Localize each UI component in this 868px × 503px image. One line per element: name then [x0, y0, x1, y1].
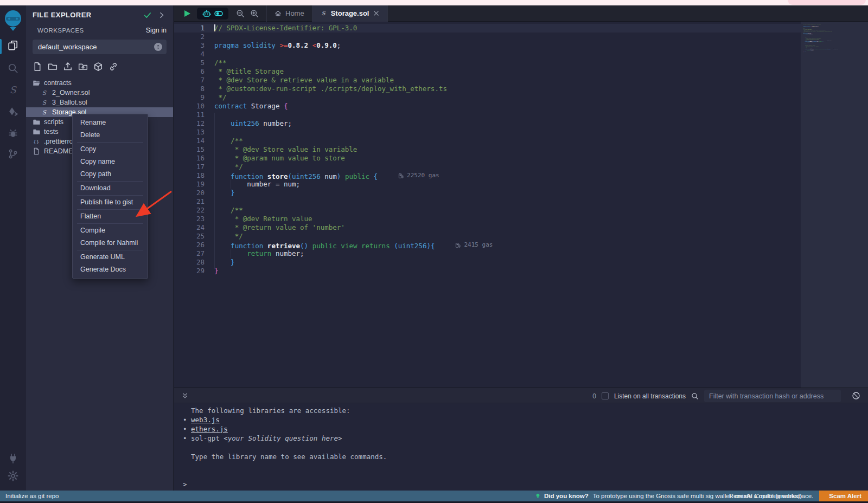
terminal-expand-icon[interactable]: [181, 392, 189, 399]
create-folder-icon[interactable]: [48, 62, 58, 72]
tree-item-3-ballot-sol[interactable]: S3_Ballot.sol: [26, 98, 173, 107]
menu-divider: [77, 209, 143, 210]
listen-checkbox[interactable]: [602, 392, 609, 399]
code-line: function retrieve() public view returns …: [214, 241, 493, 249]
terminal-output[interactable]: The following libraries are accessible:•…: [183, 406, 387, 489]
line-number: 2: [174, 33, 205, 41]
code-line: // SPDX-License-Identifier: GPL-3.0: [214, 24, 493, 33]
menu-item-generate-uml[interactable]: Generate UML: [73, 251, 148, 263]
menu-item-generate-docs[interactable]: Generate Docs: [73, 263, 148, 276]
browser-top-pill: [788, 0, 866, 5]
link-icon[interactable]: [108, 62, 118, 72]
line-number: 25: [174, 232, 205, 241]
svg-text:S: S: [321, 10, 326, 16]
menu-item-delete[interactable]: Delete: [73, 129, 148, 141]
workspace-select[interactable]: default_workspace: [33, 40, 167, 54]
copilot-box[interactable]: [197, 8, 228, 20]
copilot-status[interactable]: RemixAI Copilot (enabled): [729, 491, 802, 501]
code-line: [214, 111, 493, 119]
terminal-search-icon[interactable]: [691, 392, 699, 400]
terminal-line: [183, 461, 387, 470]
line-number: 17: [174, 163, 205, 171]
tab-home[interactable]: Home: [267, 5, 312, 22]
folder-icon: [33, 118, 40, 126]
zoom-out-button[interactable]: [236, 9, 245, 18]
sidebar-item-deploy-run[interactable]: [0, 103, 26, 122]
menu-item-flatten[interactable]: Flatten: [73, 210, 148, 223]
sidebar-item-file-explorer[interactable]: [0, 37, 26, 56]
gas-estimate: 22520 gas: [398, 171, 439, 180]
remix-ide-window: S FILE EXPLORER WORKSPACES Sign in defau…: [0, 0, 868, 503]
gear-icon: [8, 470, 18, 483]
sidebar-item-debugger[interactable]: [0, 125, 26, 144]
git-branch-icon: [8, 149, 18, 162]
check-icon[interactable]: [144, 11, 151, 19]
library-link-ethers-js[interactable]: ethers.js: [191, 425, 228, 433]
line-number: 3: [174, 41, 205, 50]
workspaces-label: WORKSPACES: [37, 27, 84, 34]
line-number: 22: [174, 206, 205, 215]
menu-item-publish-file-to-gist[interactable]: Publish file to gist: [73, 196, 148, 209]
sidebar-item-settings[interactable]: [0, 467, 26, 487]
robot-icon: [202, 9, 211, 18]
collapse-panel-chevron-icon[interactable]: [158, 11, 165, 19]
sidebar-item-plugin-manager[interactable]: [0, 450, 26, 469]
file-explorer-toolbar: [33, 62, 167, 72]
tree-item-label: 3_Ballot.sol: [52, 99, 87, 106]
minimap-content: // SPDX-License-Identifier: GPL-3.0 prag…: [803, 24, 845, 53]
svg-text:S: S: [42, 99, 47, 106]
solidity-compiler-icon: S: [8, 85, 18, 98]
menu-item-compile[interactable]: Compile: [73, 224, 148, 237]
code-line: /**: [214, 206, 493, 215]
menu-item-compile-for-nahmii[interactable]: Compile for Nahmii: [73, 237, 148, 249]
transaction-filter-input[interactable]: [704, 390, 841, 402]
terminal-prompt[interactable]: >: [183, 480, 387, 489]
ipfs-box-icon[interactable]: [93, 62, 103, 72]
run-script-button[interactable]: [183, 9, 192, 18]
menu-item-download[interactable]: Download: [73, 182, 148, 195]
menu-item-copy[interactable]: Copy: [73, 143, 148, 156]
zoom-in-button[interactable]: [250, 9, 259, 18]
scam-alert-button[interactable]: Scam Alert: [819, 491, 868, 501]
line-number: 10: [174, 102, 205, 111]
solidity-file-icon: S: [320, 10, 327, 17]
minimap[interactable]: // SPDX-License-Identifier: GPL-3.0 prag…: [801, 22, 868, 388]
line-number: 23: [174, 215, 205, 223]
sidebar-item-search[interactable]: [0, 60, 26, 79]
code-editor[interactable]: 1234567891011121314151617181920212223242…: [174, 22, 868, 388]
line-number-gutter: 1234567891011121314151617181920212223242…: [174, 24, 205, 275]
tree-item-contracts[interactable]: contracts: [26, 78, 173, 88]
code-line: * @return value of 'number': [214, 223, 493, 232]
solidity-icon: S: [41, 108, 48, 116]
editor-tabs: Home S Storage.sol: [266, 5, 388, 22]
sign-in-button[interactable]: Sign in: [143, 27, 167, 34]
clear-console-icon[interactable]: [852, 391, 860, 400]
code-line: */: [214, 232, 493, 241]
menu-item-copy-name[interactable]: Copy name: [73, 156, 148, 168]
terminal-line: • sol-gpt <your Solidity question here>: [183, 434, 387, 443]
menu-divider: [77, 142, 143, 143]
menu-divider: [77, 195, 143, 196]
tree-item-2-owner-sol[interactable]: S2_Owner.sol: [26, 88, 173, 98]
tab-storage-sol[interactable]: S Storage.sol: [312, 5, 388, 22]
tree-item-label: .prettierro: [44, 138, 73, 145]
sidebar-item-solidity-compiler[interactable]: S: [0, 81, 26, 101]
copilot-toggle-icon: [214, 9, 223, 18]
upload-file-icon[interactable]: [63, 62, 73, 72]
plug-icon: [8, 453, 18, 466]
home-icon: [275, 10, 282, 17]
library-link-web3-js[interactable]: web3.js: [191, 416, 220, 424]
git-init-link[interactable]: Initialize as git repo: [5, 491, 59, 501]
menu-item-rename[interactable]: Rename: [73, 117, 148, 129]
code-line: * @title Storage: [214, 67, 493, 76]
create-file-icon[interactable]: [33, 62, 42, 72]
menu-item-copy-path[interactable]: Copy path: [73, 168, 148, 180]
code-line: /**: [214, 59, 493, 67]
upload-folder-icon[interactable]: [78, 62, 88, 72]
sidebar-item-git[interactable]: [0, 145, 26, 165]
close-tab-icon[interactable]: [373, 10, 380, 17]
tree-item-label: 2_Owner.sol: [52, 89, 90, 96]
bulb-icon: [535, 492, 541, 500]
remix-logo-icon[interactable]: [4, 10, 22, 31]
folder-icon: [33, 128, 40, 136]
